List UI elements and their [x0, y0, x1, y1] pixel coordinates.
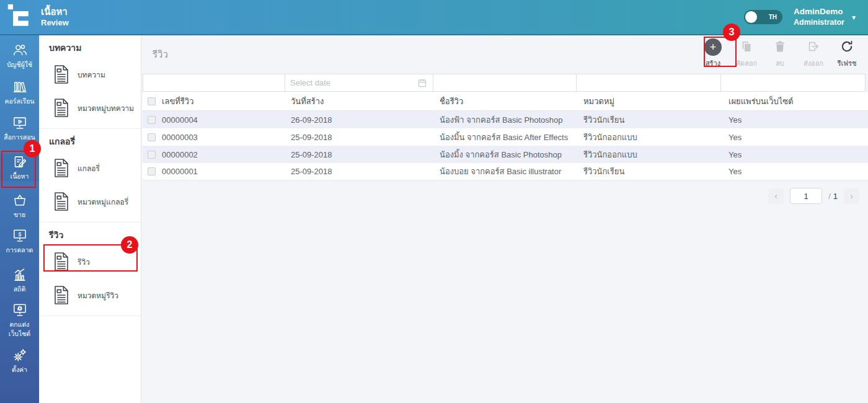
filter-row: [143, 74, 868, 92]
subnav-item-gallery-categories[interactable]: หมวดหมู่แกลอรี่: [39, 185, 141, 218]
sidebar-item-media[interactable]: สื่อการสอน: [0, 115, 39, 142]
main-content: รีวิว +สร้างคัดลอกลบส่งออกรีเฟรช เลขที่ร…: [141, 35, 868, 403]
column-header-published: เผยแพร่บนเว็บไซต์: [723, 95, 868, 108]
sidebar-item-label: เนื้อหา: [0, 172, 39, 181]
table-header-row: เลขที่รีวิววันที่สร้างชื่อรีวิวหมวดหมู่เ…: [143, 92, 868, 111]
filter-input-category[interactable]: [582, 78, 715, 87]
library-icon: [12, 79, 28, 95]
sidebar-item-label: ตกแต่ง เว็บไซต์: [0, 320, 39, 338]
cell-value: 26-09-2018: [291, 115, 332, 125]
subnav-item-label: หมวดหมู่แกลอรี่: [78, 196, 128, 208]
breadcrumb: เนื้อหา Review: [41, 6, 69, 28]
user-name: AdminDemo: [794, 6, 844, 17]
row-checkbox[interactable]: [148, 151, 156, 159]
create-button[interactable]: +สร้าง: [701, 38, 725, 69]
sidebar-item-stats[interactable]: สถิติ: [0, 267, 39, 294]
media-icon: [12, 115, 28, 131]
row-checkbox[interactable]: [148, 116, 156, 124]
filter-cell-category: [576, 74, 721, 92]
sidebar-item-library[interactable]: คอร์สเรียน: [0, 79, 39, 106]
primary-sidebar: บัญชีผู้ใช้คอร์สเรียนสื่อการสอนเนื้อหาขา…: [0, 35, 39, 403]
subnav-item-articles[interactable]: บทความ: [39, 58, 141, 91]
column-header-label: หมวดหมู่: [583, 95, 614, 108]
cell-value: รีวิวนักออกแบบ: [583, 150, 637, 159]
subnav-item-reviews[interactable]: รีวิว: [39, 245, 141, 278]
export-icon: [806, 39, 821, 56]
refresh-icon: [839, 39, 854, 56]
prev-page-button[interactable]: ‹: [768, 188, 784, 204]
next-page-button[interactable]: ›: [844, 188, 859, 204]
decorate-icon: [12, 302, 28, 318]
subnav-section: บทความบทความหมวดหมู่บทความ: [39, 35, 141, 129]
language-toggle[interactable]: TH: [744, 10, 782, 24]
subnav-item-label: รีวิว: [78, 256, 90, 268]
cell-category: รีวิวนักออกแบบ: [578, 148, 723, 161]
header-right: TH AdminDemo Administrator ▾: [744, 6, 868, 28]
cell-value: รีวิวนักออกแบบ: [583, 133, 637, 142]
cell-published: Yes: [723, 167, 868, 176]
language-label: TH: [769, 14, 777, 20]
sidebar-item-basket[interactable]: ขาย: [0, 192, 39, 219]
basket-icon: [12, 192, 28, 208]
app-logo-icon[interactable]: [6, 4, 33, 31]
toolbar: +สร้างคัดลอกลบส่งออกรีเฟรช: [701, 38, 859, 69]
calendar-icon[interactable]: [417, 78, 428, 89]
subnav-section-title: บทความ: [49, 42, 141, 54]
subnav-item-gallery[interactable]: แกลอรี่: [39, 151, 141, 185]
cell-value: รีวิวนักเรียน: [583, 167, 624, 176]
cell-value: น้องฟ้า จากคอร์ส Basic Photoshop: [440, 115, 563, 125]
select-all-checkbox[interactable]: [148, 97, 156, 105]
cell-value: 00000002: [162, 150, 198, 159]
cell-value: 25-09-2018: [291, 150, 332, 159]
filter-input-created-date[interactable]: [290, 78, 417, 87]
content-icon: [12, 154, 28, 170]
table-row[interactable]: 0000000426-09-2018น้องฟ้า จากคอร์ส Basic…: [143, 111, 868, 128]
sidebar-item-label: ขาย: [0, 210, 39, 219]
document-icon: [51, 190, 71, 213]
cell-published: Yes: [723, 133, 868, 142]
sidebar-item-decorate[interactable]: ตกแต่ง เว็บไซต์: [0, 302, 39, 338]
column-header-review-id: เลขที่รีวิว: [143, 95, 285, 108]
subnav-item-label: หมวดหมู่บทความ: [78, 102, 134, 114]
sidebar-item-marketing[interactable]: $การตลาด: [0, 228, 39, 255]
plus-circle-icon: +: [704, 38, 722, 56]
filter-input-review-title[interactable]: [438, 78, 571, 87]
cell-created-date: 25-09-2018: [285, 150, 434, 159]
filter-input-review-id[interactable]: [148, 78, 280, 87]
cell-review-id: 00000001: [143, 167, 285, 176]
table-row[interactable]: 0000000125-09-2018น้องบอย จากคอร์ส Basic…: [143, 163, 868, 180]
cell-value: Yes: [728, 167, 742, 176]
content-header: รีวิว +สร้างคัดลอกลบส่งออกรีเฟรช: [141, 35, 868, 74]
sidebar-item-users[interactable]: บัญชีผู้ใช้: [0, 42, 39, 69]
subnav-item-article-categories[interactable]: หมวดหมู่บทความ: [39, 91, 141, 125]
table-row[interactable]: 0000000325-09-2018น้องมิ้น จากคอร์ส Basi…: [143, 128, 868, 146]
row-checkbox[interactable]: [148, 133, 156, 141]
sidebar-item-label: การตลาด: [0, 246, 39, 255]
refresh-button[interactable]: รีเฟรช: [835, 38, 859, 69]
sidebar-item-settings[interactable]: ตั้งค่า: [0, 347, 39, 374]
row-checkbox[interactable]: [148, 167, 156, 175]
cell-value: น้องมิ้น จากคอร์ส Basic After Effects: [440, 133, 568, 142]
chevron-down-icon[interactable]: ▾: [852, 13, 856, 22]
cell-review-id: 00000003: [143, 133, 285, 142]
delete-button[interactable]: ลบ: [768, 38, 792, 69]
secondary-sidebar: บทความบทความหมวดหมู่บทความแกลอรี่แกลอรี่…: [39, 35, 141, 403]
copy-button[interactable]: คัดลอก: [734, 38, 759, 69]
cell-value: น้องบอย จากคอร์ส Basic illustrator: [440, 167, 561, 176]
user-menu[interactable]: AdminDemo Administrator: [794, 6, 844, 28]
user-role: Administrator: [794, 17, 844, 28]
filter-input-published[interactable]: [726, 78, 860, 87]
cell-review-title: น้องบอย จากคอร์ส Basic illustrator: [434, 165, 578, 178]
reviews-table: เลขที่รีวิววันที่สร้างชื่อรีวิวหมวดหมู่เ…: [143, 74, 868, 180]
document-icon: [51, 250, 71, 273]
cell-review-title: น้องมิ้ง จากคอร์ส Basic Photoshop: [434, 148, 578, 161]
export-button[interactable]: ส่งออก: [801, 38, 826, 69]
sidebar-item-content[interactable]: เนื้อหา: [0, 154, 39, 181]
trash-icon: [773, 39, 787, 56]
cell-review-title: น้องมิ้น จากคอร์ส Basic After Effects: [434, 131, 578, 144]
cell-review-id: 00000004: [143, 115, 285, 125]
page-input[interactable]: [790, 188, 822, 204]
subnav-item-review-categories[interactable]: หมวดหมู่รีวิว: [39, 278, 141, 312]
table-row[interactable]: 0000000225-09-2018น้องมิ้ง จากคอร์ส Basi…: [143, 146, 868, 163]
filter-cell-created-date: [285, 74, 433, 92]
